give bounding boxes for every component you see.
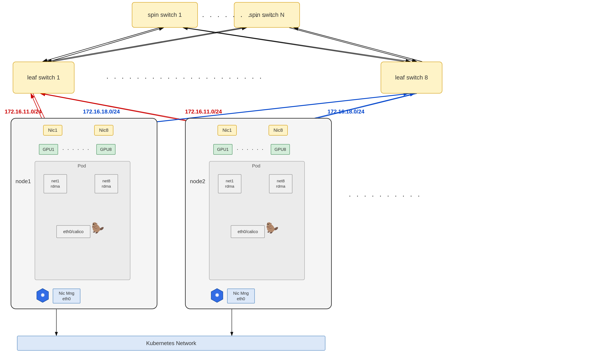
node1-label: node1 — [16, 178, 31, 185]
svg-line-6 — [185, 28, 411, 62]
node2-k8s-icon: ⎈ — [209, 287, 225, 303]
node2-gpu8: GPU8 — [271, 144, 290, 155]
node2-pod: Pod net1rdma net8rdma eth0/calico 🦫 — [209, 161, 305, 280]
node1-calico-icon: 🦫 — [91, 222, 104, 234]
svg-text:⎈: ⎈ — [215, 292, 219, 298]
leaf-switches-dots: · · · · · · · · · · · · · · · · · · · · … — [106, 73, 263, 82]
node2-gpu-dots: · · · · · · — [237, 146, 264, 153]
subnet-blue-node2: 172.16.18.0/24 — [328, 108, 364, 115]
svg-line-4 — [42, 28, 160, 62]
node1-pod: Pod net1rdma net8rdma eth0/calico 🦫 — [35, 161, 130, 280]
node2-calico-icon: 🦫 — [266, 222, 279, 234]
node1-nic-mng: Nic Mngeth0 — [53, 288, 80, 303]
node1-k8s-icon: ⎈ — [35, 287, 51, 303]
right-dots: · · · · · · · · · · — [349, 191, 421, 200]
node2-container: node2 Nic1 Nic8 GPU1 GPU8 · · · · · · Po… — [185, 118, 332, 309]
spin-switch-1-label: spin switch 1 — [148, 11, 182, 18]
subnet-red-node2: 172.16.11.0/24 — [185, 108, 222, 115]
node1-net8-rdma: net8rdma — [95, 174, 118, 193]
node2-pod-label: Pod — [252, 163, 260, 169]
leaf-switch-1-label: leaf switch 1 — [27, 74, 60, 81]
network-diagram: spin switch 1 spin switch N · · · · · · … — [0, 0, 601, 364]
node1-nic1: Nic1 — [43, 125, 62, 135]
subnet-blue-node1: 172.16.18.0/24 — [83, 108, 120, 115]
node1-pod-label: Pod — [78, 163, 86, 169]
node2-nic-mng: Nic Mngeth0 — [227, 288, 255, 303]
node1-net1-rdma: net1rdma — [44, 174, 67, 193]
svg-line-10 — [289, 28, 417, 62]
k8s-network-bar: Kubernetes Network — [17, 336, 325, 351]
leaf-switch-8: leaf switch 8 — [381, 62, 442, 94]
node1-gpu8: GPU8 — [96, 144, 115, 155]
node1-eth0-calico: eth0/calico — [56, 225, 90, 238]
node2-label: node2 — [190, 178, 205, 185]
node2-net1-rdma: net1rdma — [218, 174, 241, 193]
node2-gpu1: GPU1 — [213, 144, 232, 155]
subnet-red-left: 172.16.11.0/24 — [5, 108, 42, 115]
leaf-switch-8-label: leaf switch 8 — [395, 74, 428, 81]
svg-line-11 — [293, 28, 422, 62]
node1-nic8: Nic8 — [94, 125, 113, 135]
node1-gpu1: GPU1 — [39, 144, 58, 155]
svg-line-7 — [183, 28, 404, 62]
svg-line-9 — [52, 28, 247, 62]
node1-container: node1 Nic1 Nic8 GPU1 GPU8 · · · · · · Po… — [11, 118, 157, 309]
node2-eth0-calico: eth0/calico — [231, 225, 265, 238]
spin-switch-1: spin switch 1 — [132, 2, 198, 28]
node2-nic1: Nic1 — [218, 125, 237, 135]
spin-switches-dots: · · · · · · · · · · — [202, 12, 275, 21]
svg-text:⎈: ⎈ — [41, 292, 45, 298]
node2-net8-rdma: net8rdma — [269, 174, 292, 193]
svg-line-5 — [49, 28, 164, 62]
k8s-network-label: Kubernetes Network — [146, 340, 196, 346]
node2-nic8: Nic8 — [269, 125, 288, 135]
node1-gpu-dots: · · · · · · — [62, 146, 90, 153]
leaf-switch-1: leaf switch 1 — [13, 62, 74, 94]
svg-line-8 — [47, 28, 242, 62]
